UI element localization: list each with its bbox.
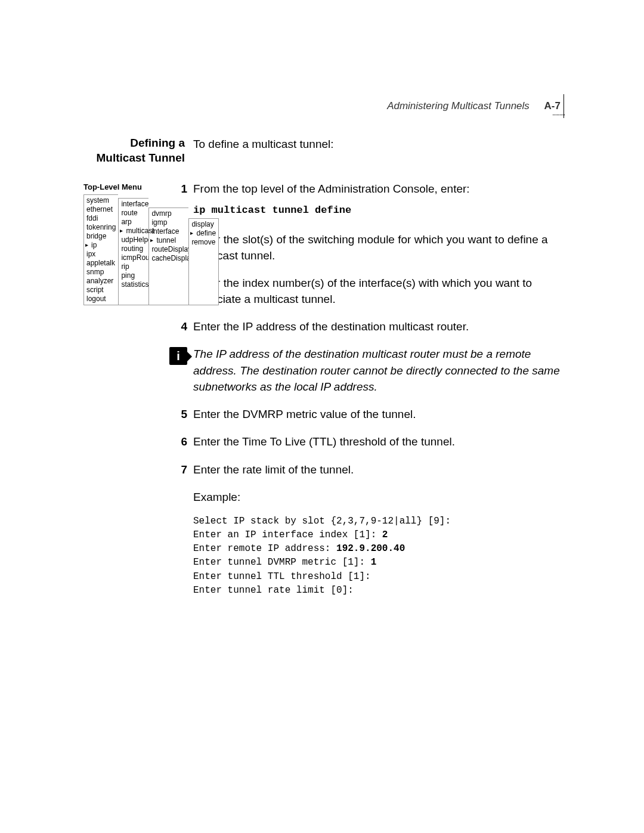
step-6: 6 Enter the Time To Live (TTL) threshold… (193, 433, 561, 451)
step-text: Enter the rate limit of the tunnel. (193, 462, 561, 478)
document-page: Administering Multicast Tunnels A-7 ····… (0, 0, 644, 833)
top-level-menu: Top-Level Menu systemethernetfdditokenri… (83, 182, 186, 305)
section-title-line2: Multicast Tunnel (97, 151, 185, 164)
page-header: Administering Multicast Tunnels A-7 (0, 100, 644, 112)
menu-item: arp (121, 218, 146, 227)
step-5: 5 Enter the DVMRP metric value of the tu… (193, 406, 561, 423)
menu-item: bridge (86, 232, 116, 241)
section-intro-col: To define a multicast tunnel: (193, 136, 561, 156)
step-1: 1 From the top level of the Administrati… (193, 181, 561, 220)
menu-item: routing (121, 244, 146, 253)
menu-item: display (191, 220, 216, 229)
section-intro: To define a multicast tunnel: (193, 136, 561, 153)
menu-item: cacheDisplay (151, 254, 186, 263)
step-text: Enter the slot(s) of the switching modul… (193, 231, 561, 264)
step-text: Enter the Time To Live (TTL) threshold o… (193, 433, 561, 450)
ex-l2b: 2 (382, 529, 388, 540)
ex-l3a: Enter remote IP address: (193, 543, 336, 554)
menu-item: system (86, 196, 116, 205)
ex-l1: Select IP stack by slot {2,3,7,9-12|all}… (193, 516, 451, 527)
menu-item: interface (151, 227, 186, 236)
ex-l3b: 192.9.200.40 (336, 543, 405, 554)
menu-item: snmp (86, 268, 116, 277)
step-3: 3 Enter the index number(s) of the inter… (193, 275, 561, 308)
menu-item: routeDisplay (151, 245, 186, 254)
note-row: i The IP address of the destination mult… (169, 346, 561, 395)
menu-col-3: dvmrpigmpinterfacetunnelrouteDisplaycach… (148, 208, 188, 305)
menu-item: icmpRouter (121, 253, 146, 262)
header-dots: ········· (552, 110, 565, 119)
step-2: 2 Enter the slot(s) of the switching mod… (193, 231, 561, 264)
step-7: 7 Enter the rate limit of the tunnel. (193, 462, 561, 479)
menu-item: statistics (121, 280, 146, 289)
menu-col-4: displaydefineremove (188, 218, 219, 305)
steps-col: 1 From the top level of the Administrati… (193, 170, 561, 597)
step-num: 6 (173, 433, 187, 451)
menu-item: tunnel (151, 236, 186, 245)
menu-item: route (121, 209, 146, 218)
menu-columns: systemethernetfdditokenringbridgeipipxap… (83, 194, 186, 305)
example-label: Example: (193, 489, 561, 506)
menu-item: interface (121, 200, 146, 209)
step-num: 4 (173, 318, 187, 336)
menu-item: igmp (151, 218, 186, 227)
ex-l4a: Enter tunnel DVMRP metric [1]: (193, 557, 371, 568)
menu-item: rip (121, 262, 146, 271)
menu-item: script (86, 286, 116, 295)
ex-l4b: 1 (371, 557, 377, 568)
example-block: Select IP stack by slot {2,3,7,9-12|all}… (193, 515, 561, 597)
menu-item: tokenring (86, 223, 116, 232)
menu-item: multicast (121, 227, 146, 236)
step-num: 7 (173, 462, 187, 479)
menu-item: logout (86, 295, 116, 304)
step-text: From the top level of the Administration… (193, 181, 561, 220)
menu-title: Top-Level Menu (83, 182, 186, 192)
menu-col-2: interfaceroutearpmulticastudpHelperrouti… (118, 198, 148, 305)
ex-l5: Enter tunnel TTL threshold [1]: (193, 571, 371, 582)
ex-l2a: Enter an IP interface index [1]: (193, 529, 382, 540)
step-4: 4 Enter the IP address of the destinatio… (193, 318, 561, 336)
menu-item: ethernet (86, 205, 116, 214)
step-text: Enter the IP address of the destination … (193, 318, 561, 335)
section-title: Defining a Multicast Tunnel (83, 136, 193, 165)
menu-item: dvmrp (151, 209, 186, 218)
menu-item: remove (191, 238, 216, 247)
info-icon: i (169, 347, 187, 365)
menu-item: ip (86, 241, 116, 250)
step-num: 5 (173, 406, 187, 423)
menu-item: udpHelper (121, 236, 146, 244)
command-text: ip multicast tunnel define (193, 203, 561, 218)
menu-item: fddi (86, 214, 116, 223)
section-heading-row: Defining a Multicast Tunnel To define a … (83, 136, 561, 165)
step-text: Enter the index number(s) of the interfa… (193, 275, 561, 308)
note-text: The IP address of the destination multic… (193, 346, 561, 395)
menu-item: ping (121, 271, 146, 280)
menu-item: define (191, 229, 216, 238)
step-text-span: From the top level of the Administration… (193, 182, 470, 195)
menu-item: analyzer (86, 277, 116, 286)
step-text: Enter the DVMRP metric value of the tunn… (193, 406, 561, 423)
section-title-line1: Defining a (130, 137, 185, 149)
running-head: Administering Multicast Tunnels (387, 100, 530, 112)
ex-l6: Enter tunnel rate limit [0]: (193, 585, 354, 596)
menu-item: appletalk (86, 259, 116, 268)
menu-item: ipx (86, 250, 116, 259)
menu-col-1: systemethernetfdditokenringbridgeipipxap… (83, 194, 118, 305)
